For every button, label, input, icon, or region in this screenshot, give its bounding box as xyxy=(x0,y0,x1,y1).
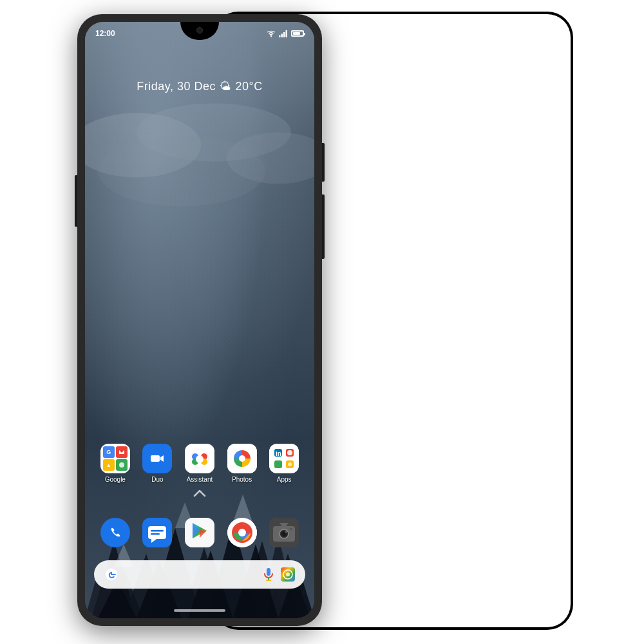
duo-app-label: Duo xyxy=(151,476,163,483)
svg-point-37 xyxy=(239,455,245,462)
google-search-bar[interactable] xyxy=(94,560,305,589)
phone-app-icon[interactable] xyxy=(100,518,130,547)
apps-app-icon[interactable]: in xyxy=(269,444,299,473)
google-assistant-small xyxy=(116,459,128,471)
svg-point-61 xyxy=(285,531,287,533)
battery-icon xyxy=(291,30,304,37)
svg-rect-25 xyxy=(283,32,285,37)
assistant-icon-svg xyxy=(185,444,214,473)
google-m-icon xyxy=(116,446,128,458)
apps-row: G ▲ Google xyxy=(85,444,314,483)
wifi-icon xyxy=(267,30,276,37)
navigation-gesture-bar xyxy=(174,609,225,612)
search-google-logo xyxy=(104,567,118,582)
google-g-icon: G xyxy=(103,446,115,458)
svg-point-21 xyxy=(98,136,265,207)
signal-icon xyxy=(278,30,287,37)
playstore-app-icon[interactable] xyxy=(185,518,214,547)
date-weather-widget: Friday, 30 Dec 🌤 20°C xyxy=(85,80,314,93)
svg-rect-64 xyxy=(267,568,270,576)
duo-app-icon[interactable] xyxy=(142,444,172,473)
app-item-apps[interactable]: in Apps xyxy=(265,444,303,483)
swipe-up-indicator xyxy=(193,489,206,497)
playstore-icon-svg xyxy=(185,518,214,547)
photos-app-icon[interactable] xyxy=(227,444,257,473)
search-lens-icon[interactable] xyxy=(281,567,295,582)
svg-point-42 xyxy=(287,450,292,455)
svg-rect-24 xyxy=(281,33,283,37)
svg-point-55 xyxy=(238,529,246,536)
svg-rect-26 xyxy=(286,30,288,37)
dock-playstore[interactable] xyxy=(181,518,218,547)
svg-point-27 xyxy=(119,462,124,468)
photos-app-label: Photos xyxy=(232,476,252,483)
messages-app-icon[interactable] xyxy=(142,518,172,547)
svg-point-68 xyxy=(286,573,290,576)
status-time: 12:00 xyxy=(95,29,115,38)
phone-call-icon xyxy=(106,524,124,542)
app-item-photos[interactable]: Photos xyxy=(223,444,261,483)
messages-icon-svg xyxy=(142,518,172,547)
svg-text:in: in xyxy=(276,450,281,457)
volume-button-left xyxy=(75,175,77,227)
volume-button xyxy=(322,194,325,259)
svg-point-45 xyxy=(288,462,292,466)
duo-video-icon xyxy=(148,450,166,468)
dock-chrome[interactable] xyxy=(223,518,261,547)
dock-messages[interactable] xyxy=(138,518,176,547)
apps-icon-svg: in xyxy=(269,444,299,473)
phone-body: 12:00 xyxy=(77,14,322,626)
svg-rect-23 xyxy=(279,35,281,37)
date-label: Friday, 30 Dec xyxy=(137,80,216,93)
front-camera xyxy=(196,27,203,33)
google-drive-icon: ▲ xyxy=(103,459,115,471)
lens-camera-icon xyxy=(283,569,293,580)
dock-grid xyxy=(94,518,305,547)
temperature-label: 20°C xyxy=(236,80,263,93)
dock-phone[interactable] xyxy=(97,518,134,547)
search-mic-icon[interactable] xyxy=(263,567,274,582)
power-button xyxy=(322,143,325,182)
svg-rect-51 xyxy=(151,533,160,535)
chevron-up-icon xyxy=(193,489,206,497)
svg-rect-50 xyxy=(151,530,164,532)
svg-rect-48 xyxy=(148,526,166,539)
dock-row xyxy=(85,518,314,547)
phone-screen[interactable]: 12:00 xyxy=(85,22,314,618)
apps-grid: G ▲ Google xyxy=(94,444,305,483)
assistant-app-icon[interactable] xyxy=(185,444,214,473)
svg-point-46 xyxy=(106,524,124,542)
chrome-app-icon[interactable] xyxy=(227,518,257,547)
camera-app-icon[interactable] xyxy=(269,518,299,547)
status-icons xyxy=(267,30,304,37)
camera-icon-svg xyxy=(269,518,299,547)
app-item-assistant[interactable]: Assistant xyxy=(181,444,218,483)
date-weather-text: Friday, 30 Dec 🌤 20°C xyxy=(85,80,314,93)
photos-icon-svg xyxy=(227,444,257,473)
assistant-app-label: Assistant xyxy=(187,476,213,483)
cloud-layer xyxy=(85,22,314,320)
scene: 12:00 xyxy=(0,0,644,644)
svg-point-22 xyxy=(270,35,272,37)
svg-rect-62 xyxy=(290,528,292,530)
weather-icon: 🌤 xyxy=(220,80,232,93)
chrome-icon-svg xyxy=(227,518,257,547)
app-item-google[interactable]: G ▲ Google xyxy=(97,444,134,483)
google-app-label: Google xyxy=(105,476,126,483)
svg-point-35 xyxy=(196,455,204,463)
svg-rect-43 xyxy=(274,460,282,468)
google-app-icon[interactable]: G ▲ xyxy=(100,444,130,473)
dock-camera[interactable] xyxy=(265,518,303,547)
apps-app-label: Apps xyxy=(277,476,292,483)
app-item-duo[interactable]: Duo xyxy=(138,444,176,483)
google-g-search-icon xyxy=(104,567,118,582)
svg-rect-38 xyxy=(269,444,299,473)
